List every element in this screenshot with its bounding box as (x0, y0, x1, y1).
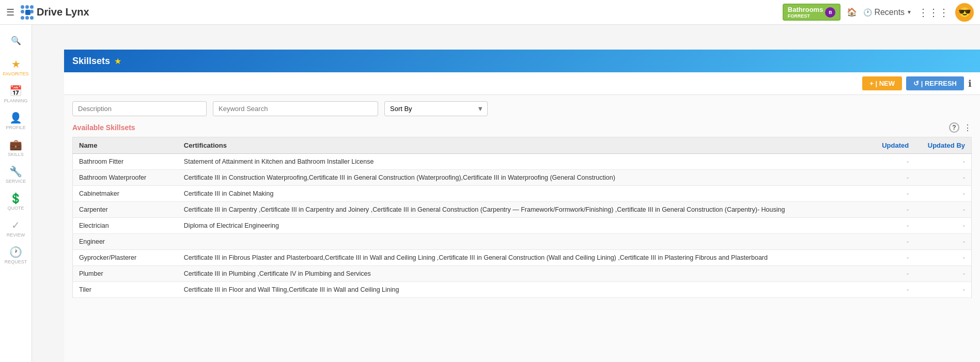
recents-chevron: ▼ (907, 9, 912, 15)
col-updated: Updated (870, 137, 915, 154)
cell-certifications (178, 234, 871, 250)
cell-certifications: Certificate III in Cabinet Making (178, 186, 871, 202)
cell-updated: - (870, 186, 915, 202)
recents-button[interactable]: 🕐 Recents ▼ (863, 8, 912, 17)
sidebar-item-request[interactable]: 🕐 REQUEST (0, 242, 32, 269)
cell-name: Engineer (73, 234, 178, 250)
sidebar-item-quote[interactable]: 💲 QUOTE (0, 188, 32, 215)
cell-certifications: Certificate III in Carpentry ,Certificat… (178, 202, 871, 218)
section-title-text: Available Skillsets (72, 123, 135, 132)
user-avatar[interactable]: 😎 (955, 3, 974, 22)
sidebar-label-planning: PLANNING (4, 98, 27, 103)
table-header-row: Name Certifications Updated Updated By (73, 137, 972, 154)
table-row[interactable]: Engineer - - (73, 234, 972, 250)
main-content: Skillsets ★ + | NEW ↺ | REFRESH ℹ Sort B… (64, 50, 980, 362)
cell-updated-by: - (915, 218, 971, 234)
cell-updated-by: - (915, 186, 971, 202)
new-button[interactable]: + | NEW (862, 76, 902, 90)
sidebar-item-service[interactable]: 🔧 SERVICE (0, 161, 32, 188)
cell-certifications: Certificate III in Construction Waterpro… (178, 170, 871, 186)
cell-certifications: Statement of Attainment in Kitchen and B… (178, 154, 871, 170)
sidebar-item-review[interactable]: ✓ REVIEW (0, 215, 32, 242)
cell-updated: - (870, 234, 915, 250)
cell-updated: - (870, 202, 915, 218)
top-header: ☰ Drive Lynx Bathrooms FORREST B 🏠 (0, 0, 980, 25)
sidebar-item-skills[interactable]: 💼 SKILLS (0, 134, 32, 161)
table-row[interactable]: Cabinetmaker Certificate III in Cabinet … (73, 186, 972, 202)
table-row[interactable]: Bathroom Fitter Statement of Attainment … (73, 154, 972, 170)
sidebar-icon-favorites: ★ (11, 58, 21, 70)
refresh-button[interactable]: ↺ | REFRESH (906, 76, 964, 90)
table-row[interactable]: Electrician Diploma of Electrical Engine… (73, 218, 972, 234)
sidebar-icon-skills: 💼 (9, 138, 22, 151)
info-button[interactable]: ℹ (968, 78, 972, 89)
table-row[interactable]: Plumber Certificate III in Plumbing ,Cer… (73, 266, 972, 282)
content-area: Sort By Name Updated Updated By ▼ Availa… (64, 95, 980, 362)
sidebar-search-icon[interactable]: 🔍 (7, 31, 25, 50)
cell-updated-by: - (915, 282, 971, 298)
sort-wrapper: Sort By Name Updated Updated By ▼ (384, 101, 488, 116)
table-row[interactable]: Bathroom Waterproofer Certificate III in… (73, 170, 972, 186)
cell-name: Plumber (73, 266, 178, 282)
sidebar-icon-service: 🔧 (9, 165, 22, 178)
menu-icon[interactable]: ☰ (6, 7, 14, 18)
recents-label: Recents (874, 8, 905, 17)
sidebar-item-favorites[interactable]: ★ FAVORITES (0, 54, 32, 81)
cell-updated: - (870, 170, 915, 186)
cell-updated: - (870, 250, 915, 266)
table-row[interactable]: Tiler Certificate III in Floor and Wall … (73, 282, 972, 298)
sidebar-item-profile[interactable]: 👤 PROFILE (0, 107, 32, 134)
apps-grid-button[interactable]: ⋮⋮⋮ (918, 6, 949, 19)
col-updated-by: Updated By (915, 137, 971, 154)
sidebar-item-planning[interactable]: 📅 PLANNING (0, 81, 32, 107)
table-row[interactable]: Carpenter Certificate III in Carpentry ,… (73, 202, 972, 218)
sidebar-label-service: SERVICE (6, 179, 26, 184)
filter-row: Sort By Name Updated Updated By ▼ (72, 101, 972, 116)
header-right: Bathrooms FORREST B 🏠 🕐 Recents ▼ ⋮⋮⋮ 😎 (783, 3, 974, 22)
sort-select[interactable]: Sort By Name Updated Updated By (384, 101, 488, 116)
cell-certifications: Certificate III in Plumbing ,Certificate… (178, 266, 871, 282)
logo-area: ☰ Drive Lynx (6, 5, 110, 20)
company-name: Bathrooms (788, 6, 823, 13)
cell-name: Bathroom Waterproofer (73, 170, 178, 186)
cell-updated-by: - (915, 234, 971, 250)
cell-name: Carpenter (73, 202, 178, 218)
sidebar-label-quote: QUOTE (7, 206, 24, 211)
help-button[interactable]: ? (949, 122, 959, 133)
cell-name: Gyprocker/Plasterer (73, 250, 178, 266)
page-title: Skillsets (72, 56, 110, 67)
cell-updated-by: - (915, 250, 971, 266)
description-input[interactable] (72, 101, 207, 116)
sidebar-label-review: REVIEW (7, 232, 25, 238)
cell-certifications: Diploma of Electrical Engineering (178, 218, 871, 234)
section-title-row: Available Skillsets ? ⋮ (72, 122, 972, 133)
cell-updated: - (870, 266, 915, 282)
company-badge[interactable]: Bathrooms FORREST B (783, 4, 841, 21)
sidebar-icon-quote: 💲 (9, 192, 22, 204)
cell-updated-by: - (915, 154, 971, 170)
cell-name: Bathroom Fitter (73, 154, 178, 170)
sidebar-icon-request: 🕐 (9, 246, 22, 258)
favorite-star-icon[interactable]: ★ (114, 56, 121, 66)
sidebar-icon-profile: 👤 (9, 112, 22, 124)
cell-updated-by: - (915, 266, 971, 282)
more-options-button[interactable]: ⋮ (963, 123, 972, 133)
keyword-input[interactable] (213, 101, 378, 116)
col-name: Name (73, 137, 178, 154)
sidebar-icon-review: ✓ (11, 219, 20, 231)
logo-icon (21, 5, 34, 20)
cell-updated-by: - (915, 202, 971, 218)
cell-certifications: Certificate III in Fibrous Plaster and P… (178, 250, 871, 266)
cell-updated-by: - (915, 170, 971, 186)
section-title-actions: ? ⋮ (949, 122, 972, 133)
sidebar: 🔍 ★ FAVORITES 📅 PLANNING 👤 PROFILE 💼 SKI… (0, 25, 32, 362)
app-name: Drive Lynx (37, 6, 89, 18)
sidebar-label-skills: SKILLS (8, 152, 24, 157)
cell-name: Tiler (73, 282, 178, 298)
toolbar: + | NEW ↺ | REFRESH ℹ (64, 72, 980, 95)
cell-updated: - (870, 282, 915, 298)
sidebar-label-request: REQUEST (5, 259, 27, 264)
cell-certifications: Certificate III in Floor and Wall Tiling… (178, 282, 871, 298)
home-button[interactable]: 🏠 (847, 7, 857, 17)
table-row[interactable]: Gyprocker/Plasterer Certificate III in F… (73, 250, 972, 266)
